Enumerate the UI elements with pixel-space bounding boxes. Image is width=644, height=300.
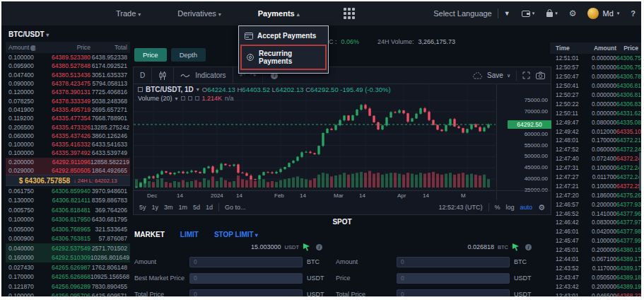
buy-total-input[interactable] bbox=[189, 289, 303, 297]
orders-menu[interactable]: ▾ bbox=[546, 9, 558, 18]
percent-scale-button[interactable]: % bbox=[495, 204, 500, 211]
orderbook-ask-row[interactable]: 0.10000064389.5233806438.952338 bbox=[6, 53, 130, 62]
eye-icon[interactable] bbox=[181, 96, 185, 100]
orderbook-ask-row[interactable]: 0.04190064335.4957192695.657271 bbox=[6, 105, 130, 114]
orderbook-bid-row[interactable]: 0.17000064265.62686810925.156568 bbox=[6, 272, 130, 282]
menu-item-recurring-payments[interactable]: Recurring Payments bbox=[240, 45, 327, 70]
depth-tab[interactable]: Depth bbox=[171, 48, 206, 62]
orderbook-ask-row[interactable]: 0.04740064380.5134363051.635337 bbox=[6, 71, 130, 79]
auto-scale-button[interactable]: auto bbox=[520, 204, 533, 211]
price-cell: 64372.24191 bbox=[616, 155, 641, 162]
cloud-save-button[interactable]: Save ∨ bbox=[473, 71, 510, 79]
amount-cell: 0.000000 bbox=[585, 54, 616, 62]
buy-amount-row: Amount BTC bbox=[134, 256, 332, 267]
orderbook-bid-row[interactable]: 0.13000064306.8214118359.886783 bbox=[6, 196, 130, 206]
timeframe-5d[interactable]: 5d bbox=[193, 204, 200, 211]
price-cell: 64306.821411 bbox=[47, 197, 90, 204]
nav-item-derivatives[interactable]: Derivatives▾ bbox=[177, 9, 221, 18]
orderbook-bid-row[interactable]: 0.16000064292.51030910286.801649 bbox=[6, 253, 130, 263]
max-balance-button[interactable] bbox=[303, 243, 311, 251]
close-icon[interactable] bbox=[195, 96, 199, 100]
goto-button[interactable]: Go to... bbox=[225, 204, 246, 211]
timeframe-1d[interactable]: 1d bbox=[206, 204, 213, 211]
amount-cell: 0.100000 bbox=[8, 54, 47, 61]
menu-item-accept-payments[interactable]: Accept Payments bbox=[239, 28, 328, 44]
price-cell: 64389.1745 bbox=[616, 255, 641, 262]
amount-cell: 0.100000 bbox=[585, 183, 616, 190]
sell-amount-input[interactable] bbox=[397, 257, 510, 267]
fullscreen-icon[interactable] bbox=[522, 71, 530, 79]
orderbook-ask-row[interactable]: 0.09000064378.4234755794.058113 bbox=[6, 79, 130, 88]
orderbook-ask-row[interactable]: 0.12000064378.3901317725.406816 bbox=[6, 88, 130, 96]
orderbook-ask-row[interactable]: 0.10000064335.3974926433.539749 bbox=[6, 149, 130, 157]
scrollbar-thumb[interactable] bbox=[639, 152, 641, 191]
tab-market[interactable]: MARKET bbox=[134, 231, 165, 238]
price-cell: 64265.626987 bbox=[47, 264, 90, 271]
orderbook-ask-row[interactable]: 0.11920064335.4773547668.788901 bbox=[6, 114, 130, 122]
orderbook-ask-row[interactable]: 0.02900064292.8505051864.492665 bbox=[6, 166, 130, 175]
tab-limit[interactable]: LIMIT bbox=[180, 231, 199, 238]
chart-mode-switch: Price Depth bbox=[134, 48, 206, 62]
orderbook-ask-row[interactable]: 0.06000064335.4374263860.126246 bbox=[6, 132, 130, 140]
max-balance-button[interactable] bbox=[512, 243, 520, 251]
time-cell: 12:47:21 bbox=[556, 183, 585, 190]
price-cell: 64372.211787 bbox=[616, 137, 641, 144]
sell-price-input[interactable] bbox=[397, 273, 510, 284]
candle-style-button[interactable] bbox=[152, 67, 174, 83]
price-tab[interactable]: Price bbox=[134, 48, 167, 62]
camera-icon[interactable] bbox=[536, 71, 545, 79]
orderbook-bid-row[interactable]: 0.00500064306.768965321.533645 bbox=[6, 224, 130, 234]
orderbook-ask-row[interactable]: 0.20000064292.91109612858.582219 bbox=[6, 158, 130, 166]
buy-best-price-input[interactable] bbox=[189, 273, 303, 284]
timeframe-3m[interactable]: 3m bbox=[164, 204, 173, 211]
apps-grid-icon[interactable] bbox=[344, 8, 355, 19]
orderbook-ask-row[interactable]: 0.07825064378.3333495038.248368 bbox=[6, 96, 130, 105]
orderbook-bid-row[interactable]: 0.10000064256.0957066425.609571 bbox=[6, 292, 130, 296]
interval-button[interactable]: D bbox=[134, 67, 152, 83]
orderbook-bid-row[interactable]: 0.10000064306.8179506430.681795 bbox=[6, 215, 130, 225]
time-axis[interactable]: Dec14202414Feb14Mar14Apr14M bbox=[134, 190, 496, 200]
wallet-menu[interactable]: ▾ bbox=[522, 10, 535, 18]
price-cell: 64389.183330 bbox=[616, 274, 641, 281]
nav-item-trade[interactable]: Trade▾ bbox=[116, 9, 141, 18]
time-cell: 12:50:41 bbox=[556, 82, 585, 89]
price-axis[interactable]: 75000.0070000.0060000.0055000.0050000.00… bbox=[496, 84, 551, 190]
timeframe-1y[interactable]: 1y bbox=[152, 204, 159, 211]
price-cell: 64265.626868 bbox=[47, 273, 90, 280]
settings-icon[interactable] bbox=[188, 96, 192, 100]
user-menu[interactable]: Md ▾ bbox=[587, 8, 619, 19]
orderbook-bid-row[interactable]: 0.12187064256.0962897830.890455 bbox=[6, 282, 130, 292]
total-cell: 369.764206 bbox=[90, 207, 127, 214]
info-icon[interactable]: i bbox=[30, 45, 36, 51]
orderbook-ask-row[interactable]: 0.20650064335.47332613285.275242 bbox=[6, 122, 130, 131]
chart-canvas[interactable]: BTC/USDT, 1D ▾ O64224.13 H64403.52 L6420… bbox=[134, 84, 496, 190]
orderbook-ask-row[interactable]: 0.10000064335.4163326433.541633 bbox=[6, 140, 130, 149]
nav-item-payments[interactable]: Payments▴ bbox=[258, 9, 300, 18]
orderbook-bid-row[interactable]: 0.00575064306.818481369.764206 bbox=[6, 205, 130, 215]
log-scale-button[interactable]: log bbox=[506, 204, 515, 211]
orderbook-bid-row[interactable]: 0.00090064306.76381557.876087 bbox=[6, 234, 130, 244]
price-axis-label: 45000.00 bbox=[525, 164, 548, 171]
indicators-button[interactable]: Indicators bbox=[174, 67, 233, 83]
buy-amount-input[interactable] bbox=[189, 257, 303, 267]
timeframe-1m[interactable]: 1m bbox=[179, 204, 188, 211]
timeframe-5y[interactable]: 5y bbox=[139, 204, 146, 211]
settings-gear-icon[interactable]: ⚙ bbox=[569, 8, 577, 18]
info-icon[interactable]: i bbox=[525, 244, 532, 250]
sell-total-input[interactable] bbox=[397, 289, 510, 297]
orderbook-ask-row[interactable]: 0.09590064380.5278486174.092521 bbox=[6, 62, 130, 70]
time-cell: 12:46:01 bbox=[556, 228, 585, 235]
orderbook-bid-row[interactable]: 0.06175064306.8599403970.948601 bbox=[6, 186, 130, 196]
info-icon[interactable]: i bbox=[316, 244, 322, 250]
amount-cell: 0.200000 bbox=[585, 201, 616, 208]
pair-selector[interactable]: BTC/USDT ▾ bbox=[6, 28, 130, 40]
amount-cell: 0.060000 bbox=[8, 132, 47, 139]
help-icon[interactable]: ? bbox=[631, 9, 636, 18]
orderbook-bid-row[interactable]: 0.02743064265.6269871762.806148 bbox=[6, 262, 130, 272]
orderbook-bid-row[interactable]: 0.04000064292.5375492571.701502 bbox=[6, 243, 130, 253]
language-selector[interactable]: Select Language ▼ bbox=[433, 8, 510, 18]
axis-settings-gear-icon[interactable]: ⚙ bbox=[538, 203, 545, 212]
tab-stop-limit[interactable]: STOP LIMIT ▾ bbox=[214, 231, 258, 238]
amount-cell: 0.029000 bbox=[8, 167, 47, 174]
time-axis-label: Dec bbox=[147, 192, 157, 199]
